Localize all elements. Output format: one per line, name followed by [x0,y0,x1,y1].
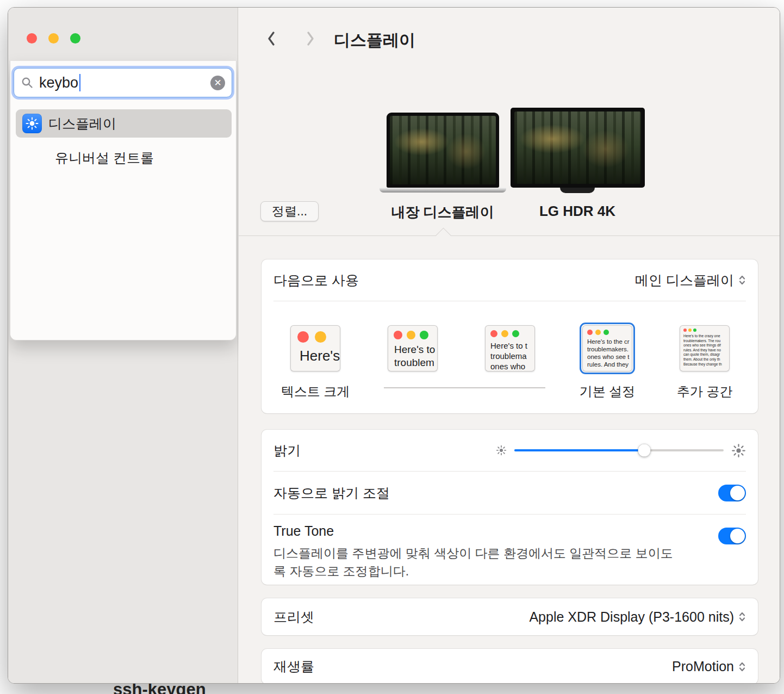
brightness-label: 밝기 [273,442,301,460]
true-tone-row: True Tone 디스플레이를 주변광에 맞춰 색상이 다른 환경에서도 일관… [262,515,758,580]
scaling-preview-text: Here's to the crazy one troublemakers. T… [680,332,729,367]
main-content: 디스플레이 내장 디스플레이 LG HDR 4K 정렬... 다음으로 사용 메… [239,8,780,683]
use-as-label: 다음으로 사용 [273,271,359,289]
true-tone-toggle[interactable] [718,528,746,544]
window-dots [583,326,632,335]
divider [273,301,746,301]
use-as-popup[interactable]: 메인 디스플레이 [635,271,746,289]
clear-search-icon[interactable]: ✕ [210,76,225,90]
refresh-rate-card: 재생률 ProMotion [262,649,758,684]
page-title: 디스플레이 [334,29,415,52]
brightness-row: 밝기 [262,430,758,471]
use-as-row: 다음으로 사용 메인 디스플레이 [262,259,758,301]
scaling-label-default: 기본 설정 [580,383,636,400]
zoom-button[interactable] [70,33,80,44]
window-dots [680,326,729,332]
sidebar-item-label: 디스플레이 [48,115,116,133]
brightness-card: 밝기 [262,430,758,585]
toggle-knob [730,529,745,543]
scaling-preview-text: Here's to t troublema ones who [486,337,534,371]
scaling-preview-text: Here's [291,343,340,364]
back-icon[interactable] [264,30,279,47]
refresh-rate-value: ProMotion [672,659,734,674]
laptop-base [379,188,506,193]
auto-brightness-row: 자동으로 밝기 조절 [262,472,758,514]
arrange-button[interactable]: 정렬... [260,201,319,221]
sidebar: keybo ✕ 디스플레이 [8,8,238,683]
preset-label: 프리셋 [273,608,314,626]
search-input-value: keybo [39,75,78,91]
true-tone-label: True Tone [273,523,676,539]
sidebar-item-label: 유니버설 컨트롤 [55,149,154,167]
display-settings-icon [22,114,42,133]
text-caret [79,74,80,91]
scaling-option-3[interactable]: Here's to t troublema ones who [485,325,535,371]
scaling-option-more-space[interactable]: Here's to the crazy one troublemakers. T… [680,325,730,371]
refresh-rate-label: 재생률 [273,658,314,676]
section-divider [239,236,780,236]
window-dots [388,326,437,339]
toggle-knob [730,486,745,500]
use-as-value: 메인 디스플레이 [635,271,734,289]
scaling-option-larger-text[interactable]: Here's [290,325,340,371]
refresh-rate-popup[interactable]: ProMotion [672,659,746,674]
close-button[interactable] [27,33,37,44]
scaling-option-2[interactable]: Here's to troublem [388,325,438,371]
built-in-display-name: 내장 디스플레이 [391,203,494,222]
auto-brightness-toggle[interactable] [718,485,746,501]
minimize-button[interactable] [48,33,59,44]
popup-chevrons-icon [738,661,746,673]
refresh-rate-row: 재생률 ProMotion [262,649,758,684]
search-icon [21,76,34,89]
brightness-high-icon [731,443,746,458]
scaling-option-default[interactable]: Here's to the cr troublemakers. ones who… [582,325,632,371]
external-display-thumbnail[interactable] [511,108,645,188]
preset-card: 프리셋 Apple XDR Display (P3-1600 nits) [262,598,758,635]
traffic-lights [27,33,80,44]
window-dots [291,326,340,343]
preset-row: 프리셋 Apple XDR Display (P3-1600 nits) [262,598,758,635]
preset-popup[interactable]: Apple XDR Display (P3-1600 nits) [529,609,746,625]
popup-chevrons-icon [738,611,746,623]
display-options-card: 다음으로 사용 메인 디스플레이 Here's Here's to troubl… [262,259,758,413]
brightness-low-icon [496,445,507,456]
built-in-display-thumbnail[interactable] [387,113,499,188]
scaling-preview-text: Here's to the cr troublemakers. ones who… [583,335,632,368]
wallpaper-preview [390,116,496,184]
scaling-label-more-space: 추가 공간 [677,383,733,400]
search-results-panel: keybo ✕ 디스플레이 [10,61,237,340]
scaling-label-larger-text: 텍스트 크게 [281,383,350,400]
external-display-name: LG HDR 4K [539,203,615,220]
brightness-slider-fill [514,449,644,451]
monitor-stand [560,188,595,193]
auto-brightness-label: 자동으로 밝기 조절 [273,484,390,502]
brightness-slider[interactable] [514,449,724,451]
sidebar-item-universal-control[interactable]: 유니버설 컨트롤 [16,146,232,169]
wallpaper-preview [514,111,641,184]
preset-value: Apple XDR Display (P3-1600 nits) [529,609,734,625]
true-tone-description: 디스플레이를 주변광에 맞춰 색상이 다른 환경에서도 일관적으로 보이도록 자… [273,544,676,580]
popup-chevrons-icon [738,274,746,286]
sidebar-item-display[interactable]: 디스플레이 [16,109,232,138]
forward-icon[interactable] [303,30,318,47]
search-input[interactable]: keybo ✕ [14,68,232,97]
window-dots [486,326,534,337]
scaling-tick-line [384,387,545,388]
brightness-slider-thumb[interactable] [638,444,650,457]
scaling-preview-text: Here's to troublem [388,339,437,369]
popover-arrow [435,228,452,244]
system-settings-window: keybo ✕ 디스플레이 [8,7,780,684]
